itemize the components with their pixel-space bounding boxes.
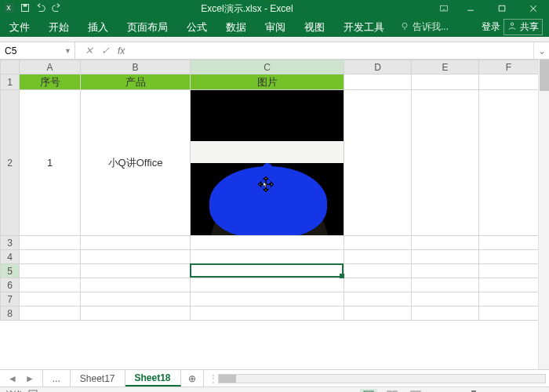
redo-icon[interactable] bbox=[52, 3, 61, 15]
macro-record-icon[interactable] bbox=[28, 390, 38, 393]
cell-F2[interactable] bbox=[479, 90, 539, 236]
tab-split-handle[interactable]: ⋮ bbox=[209, 373, 218, 384]
col-header-E[interactable]: E bbox=[412, 60, 479, 74]
close-button[interactable] bbox=[518, 0, 549, 17]
cell-grid[interactable]: A B C D E F 1 序号 产品 图片 2 1 小Q讲Office bbox=[0, 60, 539, 321]
svg-rect-3 bbox=[24, 4, 27, 6]
tab-formulas[interactable]: 公式 bbox=[177, 17, 216, 37]
row-header-2[interactable]: 2 bbox=[1, 90, 20, 236]
row-header-1[interactable]: 1 bbox=[1, 74, 20, 90]
view-normal-button[interactable] bbox=[360, 389, 377, 393]
cell-E1[interactable] bbox=[412, 74, 479, 90]
formula-bar-expand-icon[interactable]: ⌄ bbox=[533, 42, 549, 59]
row-header-7[interactable]: 7 bbox=[1, 292, 20, 307]
tell-me-box[interactable]: 告诉我... bbox=[394, 17, 475, 37]
row-6: 6 bbox=[1, 278, 539, 292]
col-header-A[interactable]: A bbox=[20, 60, 81, 74]
select-all-corner[interactable] bbox=[1, 60, 20, 74]
cell-C5[interactable] bbox=[191, 264, 344, 278]
cell-C1[interactable]: 图片 bbox=[191, 74, 344, 90]
vscroll-thumb[interactable] bbox=[540, 60, 549, 91]
tab-pagelayout[interactable]: 页面布局 bbox=[118, 17, 177, 37]
row-header-4[interactable]: 4 bbox=[1, 250, 20, 264]
row-2: 2 1 小Q讲Office bbox=[1, 90, 539, 236]
horizontal-scrollbar[interactable] bbox=[218, 374, 546, 383]
hscroll-thumb[interactable] bbox=[219, 375, 236, 383]
tab-developer[interactable]: 开发工具 bbox=[334, 17, 394, 37]
status-ready: 就绪 bbox=[5, 389, 22, 392]
sheet-nav-arrows[interactable]: ◄► bbox=[0, 370, 43, 387]
row-7: 7 bbox=[1, 292, 539, 307]
row-header-8[interactable]: 8 bbox=[1, 307, 20, 321]
ribbon-options-icon[interactable] bbox=[433, 0, 455, 17]
share-label: 共享 bbox=[520, 20, 539, 34]
cell-D1[interactable] bbox=[344, 74, 412, 90]
tab-insert[interactable]: 插入 bbox=[78, 17, 118, 37]
share-button[interactable]: 共享 bbox=[504, 19, 543, 35]
sheet-nav-prev-icon[interactable]: ◄ bbox=[8, 373, 17, 384]
sheet-tab-more[interactable]: ... bbox=[43, 370, 71, 387]
cell-D2[interactable] bbox=[344, 90, 412, 236]
worksheet-area: A B C D E F 1 序号 产品 图片 2 1 小Q讲Office bbox=[0, 60, 549, 369]
tab-review[interactable]: 审阅 bbox=[256, 17, 295, 37]
row-header-3[interactable]: 3 bbox=[1, 236, 20, 250]
tab-view[interactable]: 视图 bbox=[295, 17, 334, 37]
col-header-B[interactable]: B bbox=[81, 60, 191, 74]
sheet-nav-next-icon[interactable]: ► bbox=[25, 373, 35, 384]
row-3: 3 bbox=[1, 236, 539, 250]
enter-icon[interactable]: ✓ bbox=[101, 45, 110, 56]
ribbon-tabs: 文件 开始 插入 页面布局 公式 数据 审阅 视图 开发工具 告诉我... 登录… bbox=[0, 17, 549, 37]
col-header-D[interactable]: D bbox=[344, 60, 412, 74]
col-header-C[interactable]: C bbox=[191, 60, 344, 74]
row-5: 5 bbox=[1, 264, 539, 278]
tab-home[interactable]: 开始 bbox=[39, 17, 78, 37]
fx-icon[interactable]: fx bbox=[118, 45, 125, 56]
login-link[interactable]: 登录 bbox=[482, 20, 500, 34]
view-pagebreak-button[interactable] bbox=[407, 389, 424, 393]
formula-bar[interactable]: ✕ ✓ fx bbox=[75, 42, 533, 59]
cell-B1[interactable]: 产品 bbox=[81, 74, 191, 90]
col-header-F[interactable]: F bbox=[479, 60, 539, 74]
quick-access-toolbar: X bbox=[0, 3, 61, 15]
svg-point-11 bbox=[511, 23, 513, 25]
cell-F1[interactable] bbox=[479, 74, 539, 90]
row-4: 4 bbox=[1, 250, 539, 264]
share-icon bbox=[507, 21, 517, 33]
row-header-5[interactable]: 5 bbox=[1, 264, 20, 278]
account-share-area: 登录 共享 bbox=[475, 17, 549, 37]
svg-point-9 bbox=[402, 23, 407, 27]
name-box-dropdown-icon[interactable]: ▼ bbox=[64, 47, 71, 55]
bulb-icon bbox=[400, 21, 409, 33]
status-bar: 就绪 − + 100% bbox=[0, 387, 549, 392]
cell-A1[interactable]: 序号 bbox=[20, 74, 81, 90]
svg-rect-6 bbox=[499, 5, 505, 11]
save-icon[interactable] bbox=[20, 3, 30, 15]
name-box[interactable]: C5 ▼ bbox=[0, 42, 75, 59]
row-8: 8 bbox=[1, 307, 539, 321]
column-headers: A B C D E F bbox=[1, 60, 539, 74]
minimize-button[interactable] bbox=[455, 0, 486, 17]
svg-text:X: X bbox=[6, 5, 11, 12]
row-header-6[interactable]: 6 bbox=[1, 278, 20, 292]
tab-scroll-area: ⋮ bbox=[203, 370, 549, 387]
maximize-button[interactable] bbox=[486, 0, 518, 17]
tell-me-label: 告诉我... bbox=[413, 20, 449, 34]
name-box-value: C5 bbox=[5, 45, 16, 56]
tab-data[interactable]: 数据 bbox=[216, 17, 256, 37]
sheet-tab-prev[interactable]: Sheet17 bbox=[71, 370, 125, 387]
cell-B2[interactable]: 小Q讲Office bbox=[81, 90, 191, 236]
sheet-tab-active[interactable]: Sheet18 bbox=[125, 370, 181, 387]
sheet-tab-strip: ◄► ... Sheet17 Sheet18 ⊕ ⋮ bbox=[0, 369, 549, 387]
cell-C2-image[interactable] bbox=[191, 90, 344, 236]
ribbon-band-collapsed bbox=[0, 37, 549, 42]
cell-A2[interactable]: 1 bbox=[20, 90, 81, 236]
tab-file[interactable]: 文件 bbox=[0, 17, 39, 37]
vertical-scrollbar[interactable] bbox=[538, 60, 549, 369]
cell-E2[interactable] bbox=[412, 90, 479, 236]
view-pagelayout-button[interactable] bbox=[384, 389, 401, 393]
window-title: Excel演示.xlsx - Excel bbox=[61, 2, 433, 16]
undo-icon[interactable] bbox=[36, 3, 45, 15]
new-sheet-button[interactable]: ⊕ bbox=[181, 370, 203, 387]
cancel-icon[interactable]: ✕ bbox=[85, 45, 93, 56]
excel-icon: X bbox=[5, 3, 14, 15]
